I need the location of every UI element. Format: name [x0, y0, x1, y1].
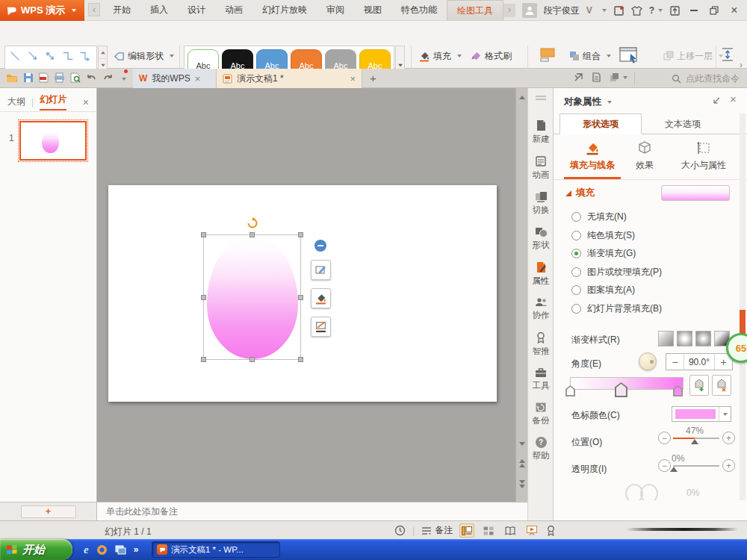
bring-forward-button[interactable]: 上移一层	[663, 49, 723, 63]
fill-option-none[interactable]: 无填充(N)	[571, 211, 627, 223]
resize-handle-s[interactable]	[249, 357, 255, 362]
subtab-size-properties[interactable]: 大小与属性	[670, 140, 737, 172]
fill-option-solid[interactable]: 纯色填充(S)	[571, 229, 635, 242]
connector-arrow-shape[interactable]	[25, 48, 41, 64]
panel-tab-text-options[interactable]: 文本选项	[642, 113, 724, 134]
canvas-scrollbar[interactable]	[515, 88, 527, 502]
menu-tab-animation[interactable]: 动画	[215, 0, 252, 20]
resize-handle-se[interactable]	[298, 357, 303, 362]
gallery-scroll-up-button[interactable]	[99, 46, 107, 59]
elbow-connector-shape[interactable]	[60, 48, 76, 64]
transparency-slider-track[interactable]	[673, 465, 719, 467]
export-doc-icon[interactable]	[613, 5, 624, 16]
notes-toggle-button[interactable]: 备注	[421, 524, 453, 537]
export-pdf-icon[interactable]	[39, 72, 49, 83]
previous-slide-button[interactable]	[516, 455, 528, 470]
strip-item-animation[interactable]: 动画	[533, 155, 550, 181]
scroll-menus-left-button[interactable]: ‹	[88, 3, 100, 16]
resize-handle-e[interactable]	[298, 295, 303, 300]
subtab-fill-line[interactable]: 填充与线条	[562, 140, 622, 179]
strip-item-help[interactable]: ? 帮助	[533, 437, 550, 461]
resize-handle-ne[interactable]	[298, 232, 303, 237]
open-folder-icon[interactable]	[6, 72, 18, 83]
slide-page[interactable]	[108, 185, 497, 402]
strip-drag-handle[interactable]	[536, 96, 546, 97]
connector-line-shape[interactable]	[7, 48, 23, 64]
gradient-stop-2-selected[interactable]	[615, 382, 627, 397]
subtab-effects[interactable]: 效果	[628, 140, 661, 172]
save-icon[interactable]	[23, 72, 34, 83]
collapse-panel-icon[interactable]	[712, 96, 721, 105]
fill-button[interactable]: 填充	[418, 49, 462, 63]
slideshow-button[interactable]	[524, 523, 539, 538]
tab-my-wps[interactable]: W 我的WPS ×	[133, 69, 217, 88]
add-gradient-stop-button[interactable]	[689, 375, 709, 396]
editing-canvas[interactable]	[97, 88, 515, 502]
strip-item-backup[interactable]: 备份	[533, 402, 550, 426]
stop-color-dropdown[interactable]	[672, 406, 731, 422]
app-menu-button[interactable]: WPS 演示	[0, 0, 84, 21]
resize-handle-nw[interactable]	[201, 232, 206, 237]
history-doc-icon[interactable]	[592, 72, 601, 82]
menu-tab-design[interactable]: 设计	[178, 0, 215, 20]
tab-slides[interactable]: 幻灯片	[40, 93, 66, 111]
group-button[interactable]: 组合	[569, 49, 611, 63]
strip-item-properties[interactable]: 属性	[533, 261, 550, 287]
user-name[interactable]: 段宇俊亚	[544, 4, 580, 17]
position-decrease-button[interactable]: −	[658, 432, 671, 444]
print-icon[interactable]	[54, 72, 65, 83]
angle-decrease-button[interactable]: −	[666, 354, 684, 370]
history-icon[interactable]	[394, 525, 406, 536]
elbow-arrow-connector-shape[interactable]	[77, 48, 93, 64]
position-increase-button[interactable]: +	[722, 432, 735, 444]
gradient-style-rectangular[interactable]	[695, 331, 711, 346]
chevron-down-icon[interactable]	[602, 9, 607, 12]
distribute-vertical-button[interactable]	[720, 47, 735, 62]
gradient-style-radial[interactable]	[677, 331, 692, 346]
transparency-decrease-button[interactable]: −	[658, 459, 671, 472]
help-button[interactable]: ?	[649, 5, 663, 16]
next-slide-button[interactable]	[516, 476, 528, 491]
add-slide-button[interactable]: +	[21, 505, 76, 518]
internet-explorer-icon[interactable]: e	[84, 544, 89, 556]
scroll-down-button[interactable]	[516, 436, 528, 451]
strip-item-smart-recommend[interactable]: 智推	[533, 332, 550, 357]
format-painter-button[interactable]: 格式刷	[471, 49, 512, 63]
close-tab-icon[interactable]: ×	[195, 73, 201, 84]
rotate-handle-icon[interactable]	[247, 217, 258, 229]
skin-shirt-icon[interactable]	[631, 5, 642, 16]
close-sidebar-icon[interactable]: ×	[83, 96, 89, 108]
print-preview-icon[interactable]	[70, 72, 81, 83]
new-tab-button[interactable]: +	[370, 72, 376, 84]
strip-item-new[interactable]: 新建	[533, 119, 550, 145]
layers-tool-button[interactable]	[610, 72, 627, 82]
gradient-stop-3[interactable]	[673, 385, 683, 396]
menu-tab-special-features[interactable]: 特色功能	[391, 0, 447, 20]
panel-scrollbar[interactable]	[740, 113, 746, 500]
fill-section-header[interactable]: 填充	[565, 187, 595, 199]
scroll-menus-right-button[interactable]: ›	[503, 4, 515, 17]
restore-button[interactable]	[707, 4, 721, 17]
fill-preview-swatch[interactable]	[661, 185, 730, 201]
medal-status-icon[interactable]	[546, 525, 556, 536]
delete-gradient-stop-button[interactable]	[712, 375, 731, 396]
notes-bar[interactable]: 单击此处添加备注	[97, 502, 527, 520]
resize-handle-w[interactable]	[201, 295, 206, 300]
tab-outline[interactable]: 大纲	[7, 96, 25, 108]
angle-value[interactable]: 90.0°	[684, 354, 715, 370]
normal-view-button[interactable]	[459, 523, 474, 538]
strip-item-collaboration[interactable]: 协作	[533, 297, 550, 321]
strip-item-tools[interactable]: 工具	[533, 367, 550, 391]
minimize-button[interactable]	[687, 4, 701, 17]
user-avatar[interactable]	[522, 3, 537, 18]
quick-fill-button[interactable]	[311, 288, 331, 308]
position-slider-thumb[interactable]	[691, 439, 698, 444]
quick-launch-more-chevron[interactable]: »	[134, 544, 139, 555]
start-button[interactable]: 开始	[0, 539, 72, 560]
connector-double-arrow-shape[interactable]	[42, 48, 58, 64]
tab-presentation1[interactable]: 演示文稿1 * ×	[217, 69, 362, 88]
taskbar-window-button[interactable]: 演示文稿1 * - WP...	[152, 541, 280, 558]
chevron-down-icon[interactable]	[607, 101, 612, 104]
edit-shape-button[interactable]: 编辑形状	[114, 49, 174, 63]
quick-style-button[interactable]	[311, 260, 331, 280]
